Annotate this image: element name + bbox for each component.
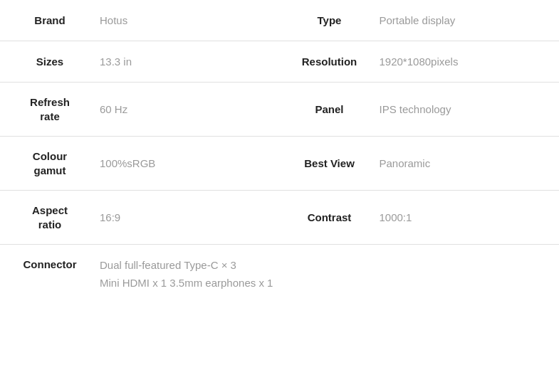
spec-half-right: PanelIPS technology	[280, 83, 560, 136]
spec-half-left: Refresh rate60 Hz	[0, 83, 280, 136]
spec-half-right: Best ViewPanoramic	[280, 137, 560, 190]
table-row-full: ConnectorDual full-featured Type-C × 3Mi…	[0, 245, 559, 303]
spec-label: Brand	[14, 14, 85, 28]
spec-label: Best View	[294, 157, 365, 171]
spec-table: BrandHotusTypePortable displaySizes13.3 …	[0, 0, 559, 303]
spec-label: Sizes	[14, 55, 85, 69]
table-row: Aspect ratio16:9Contrast1000:1	[0, 191, 559, 245]
spec-label: Aspect ratio	[14, 203, 85, 231]
spec-label: Contrast	[294, 211, 365, 225]
spec-value: Portable display	[380, 13, 456, 28]
spec-half-left: Sizes13.3 in	[0, 41, 280, 82]
spec-value: 13.3 in	[100, 54, 132, 69]
table-row: Refresh rate60 HzPanelIPS technology	[0, 83, 559, 137]
spec-value-multi: Dual full-featured Type-C × 3Mini HDMI x…	[100, 258, 273, 290]
spec-label: Type	[294, 14, 365, 28]
spec-value: 1920*1080pixels	[380, 54, 459, 69]
spec-half-right: Resolution1920*1080pixels	[280, 41, 560, 82]
spec-label: Resolution	[294, 55, 365, 69]
spec-half-left: BrandHotus	[0, 0, 280, 41]
spec-value: Panoramic	[380, 156, 431, 171]
spec-label: Refresh rate	[14, 95, 85, 123]
spec-value: 16:9	[100, 210, 120, 225]
spec-label: Panel	[294, 102, 365, 117]
spec-value: 60 Hz	[100, 102, 127, 117]
spec-label: Colour gamut	[14, 149, 85, 177]
spec-value: 100%sRGB	[100, 156, 155, 171]
spec-value: 1000:1	[380, 210, 412, 225]
table-row: Sizes13.3 inResolution1920*1080pixels	[0, 41, 559, 83]
spec-half-right: TypePortable display	[280, 0, 560, 41]
spec-half-right: Contrast1000:1	[280, 191, 560, 244]
spec-label: Connector	[14, 258, 85, 272]
connector-line: Mini HDMI x 1 3.5mm earphones x 1	[100, 275, 273, 290]
table-row: BrandHotusTypePortable display	[0, 0, 559, 41]
spec-half-left: Aspect ratio16:9	[0, 191, 280, 244]
connector-line: Dual full-featured Type-C × 3	[100, 258, 273, 272]
spec-value: Hotus	[100, 13, 127, 28]
spec-half-left: Colour gamut100%sRGB	[0, 137, 280, 190]
table-row: Colour gamut100%sRGBBest ViewPanoramic	[0, 137, 559, 191]
spec-value: IPS technology	[380, 102, 451, 117]
